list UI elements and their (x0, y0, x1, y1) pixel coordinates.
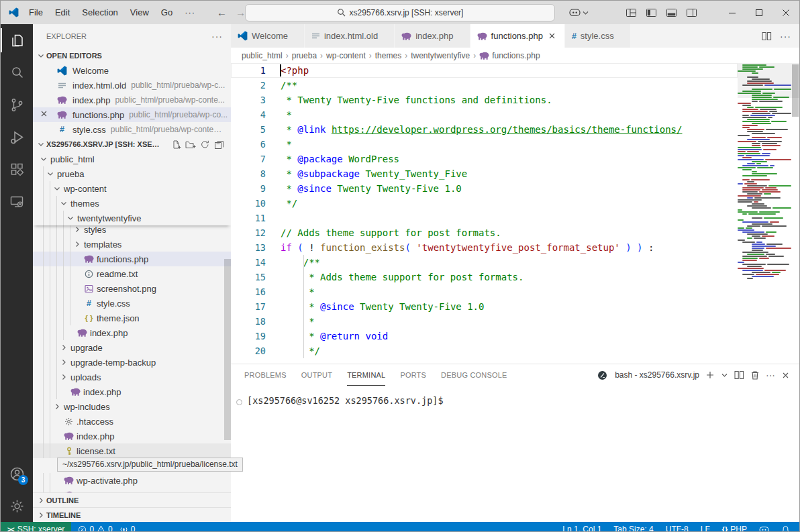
split-terminal-icon[interactable] (734, 370, 744, 380)
tree-folder-templates[interactable]: templates (33, 237, 231, 252)
menu-selection[interactable]: Selection (76, 1, 123, 24)
activity-explorer-icon[interactable] (1, 24, 33, 56)
breadcrumb-item[interactable]: wp-content (326, 51, 366, 60)
code-line[interactable]: 5 * @link https://developer.wordpress.or… (231, 122, 738, 137)
chevron-down-icon[interactable] (58, 198, 69, 209)
code-line[interactable]: 17 * @since Twenty Twenty-Five 1.0 (231, 299, 738, 314)
tree-folder-uploads[interactable]: uploads (33, 370, 231, 384)
new-file-icon[interactable] (171, 140, 181, 150)
timeline-section[interactable]: TIMELINE (33, 507, 231, 522)
tab-index-html-old[interactable]: index.html.old (305, 24, 395, 48)
editor-more-actions-icon[interactable]: ··· (780, 31, 791, 42)
code-line[interactable]: 18 * (231, 314, 738, 329)
customize-layout-icon[interactable] (621, 1, 641, 24)
chevron-down-icon[interactable] (65, 213, 76, 223)
open-editor-item[interactable]: #style.csspublic_html/prueba/wp-content/… (33, 122, 231, 137)
tree-file-license-txt[interactable]: license.txt (33, 443, 231, 458)
chevron-down-icon[interactable] (36, 139, 46, 150)
toggle-secondary-sidebar-icon[interactable] (681, 1, 701, 24)
code-line[interactable]: 15 * Adds theme support for post formats… (231, 270, 738, 284)
chevron-right-icon[interactable] (52, 401, 62, 412)
code-line[interactable]: 8 * @subpackage Twenty_Twenty_Five (231, 166, 738, 181)
eol-sequence[interactable]: LF (701, 522, 710, 531)
code-line[interactable]: 12// Adds theme support for post formats… (231, 225, 738, 240)
code-line[interactable]: 6 * (231, 137, 738, 152)
ports-indicator[interactable]: 0 (119, 522, 136, 531)
code-line[interactable]: 13if ( ! function_exists( 'twentytwentyf… (231, 240, 738, 255)
encoding[interactable]: UTF-8 (666, 522, 689, 531)
tree-file-readme-txt[interactable]: readme.txt (33, 266, 231, 281)
copilot-status-icon[interactable] (759, 522, 769, 531)
chevron-down-icon[interactable] (52, 183, 62, 194)
tree-folder-wp-includes[interactable]: wp-includes (33, 399, 231, 414)
toggle-panel-icon[interactable] (661, 1, 681, 24)
chevron-right-icon[interactable] (58, 372, 69, 382)
settings-gear-icon[interactable] (1, 490, 33, 522)
editor-scrollbar[interactable] (791, 63, 799, 364)
panel-more-actions-icon[interactable]: ··· (766, 370, 775, 380)
open-editors-header[interactable]: OPEN EDITORS (33, 48, 231, 63)
outline-section[interactable]: OUTLINE (33, 492, 231, 507)
problems-indicator[interactable]: 0 0 (78, 522, 112, 531)
panel-tab-output[interactable]: OUTPUT (301, 365, 332, 386)
cursor-position[interactable]: Ln 1, Col 1 (562, 522, 601, 531)
workspace-header[interactable]: XS295766.XSRV.JP [SSH: XSERVER] (33, 137, 231, 152)
activity-source-control-icon[interactable] (1, 89, 33, 121)
open-editor-item[interactable]: index.phppublic_html/prueba/wp-conte... (33, 93, 231, 107)
tree-file-wp-activate-php[interactable]: wp-activate.php (33, 473, 231, 488)
code-line[interactable]: 14 /** (231, 255, 738, 270)
language-mode[interactable]: {}PHP (722, 522, 747, 531)
open-editor-item[interactable]: index.html.oldpublic_html/prueba/wp-c... (33, 78, 231, 93)
notifications-bell-icon[interactable] (781, 522, 790, 531)
collapse-folders-icon[interactable] (214, 140, 224, 150)
split-editor-icon[interactable] (762, 32, 772, 41)
tree-folder-wp-content[interactable]: wp-content (33, 181, 231, 196)
scrollbar-thumb[interactable] (792, 64, 799, 117)
code-line[interactable]: 16 * (231, 284, 738, 299)
terminal-dropdown-icon[interactable] (721, 370, 728, 380)
tree-folder-twentytwentyfive[interactable]: twentytwentyfive (33, 211, 231, 225)
remote-indicator[interactable]: >< SSH: xserver (1, 522, 71, 531)
chevron-down-icon[interactable] (45, 168, 56, 179)
tree-folder-themes[interactable]: themes (33, 196, 231, 211)
terminal[interactable]: [xs295766@sv16252 xs295766.xsrv.jp]$ (231, 386, 799, 406)
tree-folder-prueba[interactable]: prueba (33, 166, 231, 181)
tree-file-index-php[interactable]: index.php (33, 384, 231, 399)
forward-icon[interactable]: → (236, 1, 246, 24)
chevron-right-icon[interactable] (36, 495, 46, 506)
code-line[interactable]: 20 */ (231, 343, 738, 358)
close-panel-icon[interactable] (781, 371, 790, 380)
tree-file-style-css[interactable]: #style.css (33, 296, 231, 311)
chevron-right-icon[interactable] (58, 342, 69, 353)
minimap-slider[interactable] (738, 63, 799, 98)
breadcrumb-item[interactable]: prueba (292, 51, 317, 60)
refresh-explorer-icon[interactable] (200, 140, 210, 150)
tree-folder-upgrade[interactable]: upgrade (33, 340, 231, 355)
chevron-right-icon[interactable] (72, 239, 83, 250)
command-center[interactable]: xs295766.xsrv.jp [SSH: xserver] (245, 4, 555, 21)
maximize-button[interactable] (746, 1, 772, 24)
tree-file-index-php[interactable]: index.php (33, 325, 231, 340)
sidebar-scrollbar[interactable] (224, 259, 231, 440)
menu-go[interactable]: Go (155, 1, 179, 24)
tab-style-css[interactable]: #style.css (565, 24, 631, 48)
panel-tab-ports[interactable]: PORTS (400, 365, 426, 386)
tree-file-screenshot-png[interactable]: screenshot.png (33, 281, 231, 296)
code-line[interactable]: 4 * (231, 107, 738, 122)
activity-search-icon[interactable] (1, 56, 33, 89)
menu-file[interactable]: File (23, 1, 49, 24)
menu-view[interactable]: View (124, 1, 155, 24)
tree-folder-upgrade-temp-backup[interactable]: upgrade-temp-backup (33, 355, 231, 370)
tree-file-theme-json[interactable]: { }theme.json (33, 311, 231, 325)
code-line[interactable]: 19 * @return void (231, 329, 738, 343)
code-line[interactable]: 2/** (231, 78, 738, 93)
kill-terminal-icon[interactable] (750, 370, 760, 380)
indentation[interactable]: Tab Size: 4 (613, 522, 653, 531)
activity-run-and-debug-icon[interactable] (1, 121, 33, 153)
open-editor-item[interactable]: functions.phppublic_html/prueba/wp-co... (33, 107, 231, 122)
tab-welcome[interactable]: Welcome (231, 24, 305, 48)
breadcrumb-item[interactable]: public_html (242, 51, 283, 60)
activity-remote-explorer-icon[interactable] (1, 185, 33, 217)
tree-file-functions-php[interactable]: functions.php (33, 252, 231, 266)
toggle-sidebar-icon[interactable] (641, 1, 661, 24)
